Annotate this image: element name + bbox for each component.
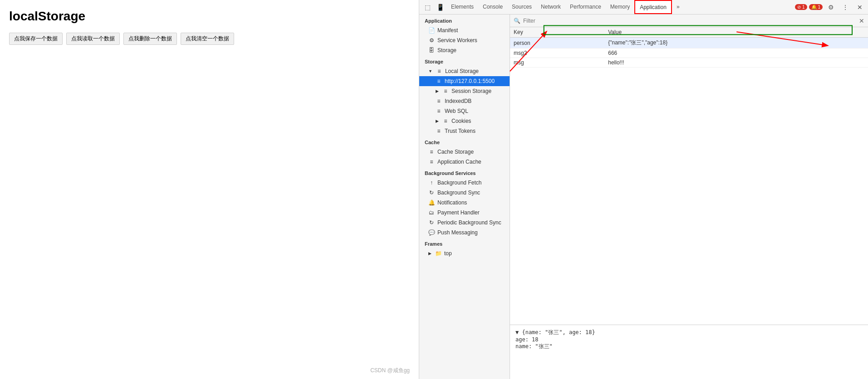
sidebar-item-cookies[interactable]: ▶ ≡ Cookies xyxy=(419,116,510,126)
local-storage-url-icon: ≡ xyxy=(436,78,442,84)
save-button[interactable]: 点我保存一个数据 xyxy=(9,33,63,45)
sidebar-item-push-messaging[interactable]: 💬 Push Messaging xyxy=(419,228,510,238)
filter-input[interactable] xyxy=(523,18,856,24)
indexeddb-icon: ≡ xyxy=(436,98,442,104)
sidebar-item-trust-tokens[interactable]: ≡ Trust Tokens xyxy=(419,126,510,136)
devtools-sidebar: Application 📄 Manifest ⚙ Service Workers… xyxy=(419,15,510,379)
sidebar-item-storage[interactable]: 🗄 Storage xyxy=(419,45,510,55)
sidebar-item-payment-handler[interactable]: 🗂 Payment Handler xyxy=(419,208,510,218)
col-value: Value xyxy=(604,27,868,38)
expand-local-storage-arrow: ▼ xyxy=(428,69,432,73)
errors-badge: ⊘ 1 xyxy=(795,4,807,10)
devtools-topbar: ⬚ 📱 Elements Console Sources Network Per… xyxy=(419,0,868,15)
storage-table: Key Value person{"name":"张三","age":18}ms… xyxy=(510,27,868,68)
payment-handler-icon: 🗂 xyxy=(428,209,435,216)
cell-value: hello!!! xyxy=(604,58,868,68)
periodic-sync-icon: ↻ xyxy=(428,219,435,226)
cell-key: msg xyxy=(510,58,604,68)
local-storage-icon: ≡ xyxy=(436,68,442,74)
cookies-icon: ≡ xyxy=(442,118,449,124)
preview-line: age: 18 xyxy=(515,336,863,343)
web-sql-icon: ≡ xyxy=(436,108,442,114)
tab-application[interactable]: Application xyxy=(634,0,672,14)
read-button[interactable]: 点我读取一个数据 xyxy=(66,33,120,45)
watermark: CSDN @咸鱼gg xyxy=(370,367,410,374)
devtools-body: Application 📄 Manifest ⚙ Service Workers… xyxy=(419,15,868,379)
sidebar-section-frames: Frames xyxy=(419,238,510,248)
cell-key: person xyxy=(510,38,604,49)
page-area: localStorage 点我保存一个数据 点我读取一个数据 点我删除一个数据 … xyxy=(0,0,419,379)
tab-memory[interactable]: Memory xyxy=(606,0,634,14)
table-row[interactable]: person{"name":"张三","age":18} xyxy=(510,38,868,49)
col-key: Key xyxy=(510,27,604,38)
filter-close-icon[interactable]: ✕ xyxy=(859,17,864,24)
sidebar-item-indexeddb[interactable]: ≡ IndexedDB xyxy=(419,96,510,106)
sidebar-item-top[interactable]: ▶ 📁 top xyxy=(419,248,510,258)
expand-session-arrow: ▶ xyxy=(436,89,439,93)
tab-elements[interactable]: Elements xyxy=(446,0,478,14)
application-cache-icon: ≡ xyxy=(428,159,435,165)
preview-line: name: "张三" xyxy=(515,343,863,350)
expand-top-arrow: ▶ xyxy=(428,251,432,256)
page-title: localStorage xyxy=(9,9,410,24)
table-row[interactable]: msg2666 xyxy=(510,49,868,58)
tab-console[interactable]: Console xyxy=(478,0,507,14)
warnings-badge: 🔔 1 xyxy=(809,4,823,10)
devtools-main: 🔍 ✕ Key Value person{"name":"张三","age":1… xyxy=(510,15,868,379)
sidebar-item-session-storage[interactable]: ▶ ≡ Session Storage xyxy=(419,86,510,96)
sidebar-section-cache: Cache xyxy=(419,136,510,147)
background-sync-icon: ↻ xyxy=(428,190,435,196)
session-storage-icon: ≡ xyxy=(442,88,449,94)
sidebar-section-background: Background Services xyxy=(419,167,510,178)
sidebar-item-local-storage[interactable]: ▼ ≡ Local Storage xyxy=(419,66,510,76)
storage-icon: 🗄 xyxy=(428,47,435,53)
settings-icon[interactable]: ⚙ xyxy=(824,1,837,14)
sidebar-item-cache-storage[interactable]: ≡ Cache Storage xyxy=(419,147,510,157)
table-area: Key Value person{"name":"张三","age":18}ms… xyxy=(510,27,868,325)
sidebar-item-periodic-background-sync[interactable]: ↻ Periodic Background Sync xyxy=(419,218,510,228)
table-body: person{"name":"张三","age":18}msg2666msghe… xyxy=(510,38,868,68)
preview-line: ▼ {name: "张三", age: 18} xyxy=(515,329,863,336)
sidebar-section-application: Application xyxy=(419,15,510,25)
push-messaging-icon: 💬 xyxy=(428,229,435,236)
bottom-preview: ▼ {name: "张三", age: 18} age: 18 name: "张… xyxy=(510,325,868,379)
inspect-icon[interactable]: ⬚ xyxy=(421,1,434,14)
sidebar-item-manifest[interactable]: 📄 Manifest xyxy=(419,25,510,35)
sidebar-item-web-sql[interactable]: ≡ Web SQL xyxy=(419,106,510,116)
cell-value: 666 xyxy=(604,49,868,58)
devtools-tabs: Elements Console Sources Network Perform… xyxy=(446,0,795,14)
top-frame-icon: 📁 xyxy=(435,250,441,257)
cell-value: {"name":"张三","age":18} xyxy=(604,38,868,49)
cache-storage-icon: ≡ xyxy=(428,149,435,155)
sidebar-item-background-sync[interactable]: ↻ Background Sync xyxy=(419,188,510,198)
tab-network[interactable]: Network xyxy=(536,0,565,14)
filter-bar: 🔍 ✕ xyxy=(510,15,868,27)
cell-key: msg2 xyxy=(510,49,604,58)
sidebar-item-application-cache[interactable]: ≡ Application Cache xyxy=(419,157,510,167)
service-workers-icon: ⚙ xyxy=(428,37,435,44)
sidebar-section-storage: Storage xyxy=(419,55,510,66)
device-icon[interactable]: 📱 xyxy=(434,1,446,14)
devtools-panel: ⬚ 📱 Elements Console Sources Network Per… xyxy=(419,0,868,379)
table-row[interactable]: msghello!!! xyxy=(510,58,868,68)
topbar-right: ⊘ 1 🔔 1 ⚙ ⋮ ✕ xyxy=(795,1,866,14)
notifications-icon: 🔔 xyxy=(428,199,435,206)
tab-more[interactable]: » xyxy=(672,0,684,14)
more-options-icon[interactable]: ⋮ xyxy=(839,1,852,14)
background-fetch-icon: ↑ xyxy=(428,180,435,186)
clear-button[interactable]: 点我清空一个数据 xyxy=(181,33,234,45)
buttons-row: 点我保存一个数据 点我读取一个数据 点我删除一个数据 点我清空一个数据 xyxy=(9,33,410,45)
tab-performance[interactable]: Performance xyxy=(565,0,606,14)
sidebar-item-local-storage-url[interactable]: ≡ http://127.0.0.1:5500 xyxy=(419,76,510,86)
trust-tokens-icon: ≡ xyxy=(436,128,442,134)
tab-sources[interactable]: Sources xyxy=(507,0,536,14)
delete-button[interactable]: 点我删除一个数据 xyxy=(123,33,177,45)
sidebar-item-service-workers[interactable]: ⚙ Service Workers xyxy=(419,35,510,45)
expand-cookies-arrow: ▶ xyxy=(436,119,439,123)
sidebar-item-background-fetch[interactable]: ↑ Background Fetch xyxy=(419,178,510,188)
close-icon[interactable]: ✕ xyxy=(853,1,866,14)
filter-icon: 🔍 xyxy=(514,18,520,24)
manifest-icon: 📄 xyxy=(428,27,435,34)
sidebar-item-notifications[interactable]: 🔔 Notifications xyxy=(419,198,510,208)
